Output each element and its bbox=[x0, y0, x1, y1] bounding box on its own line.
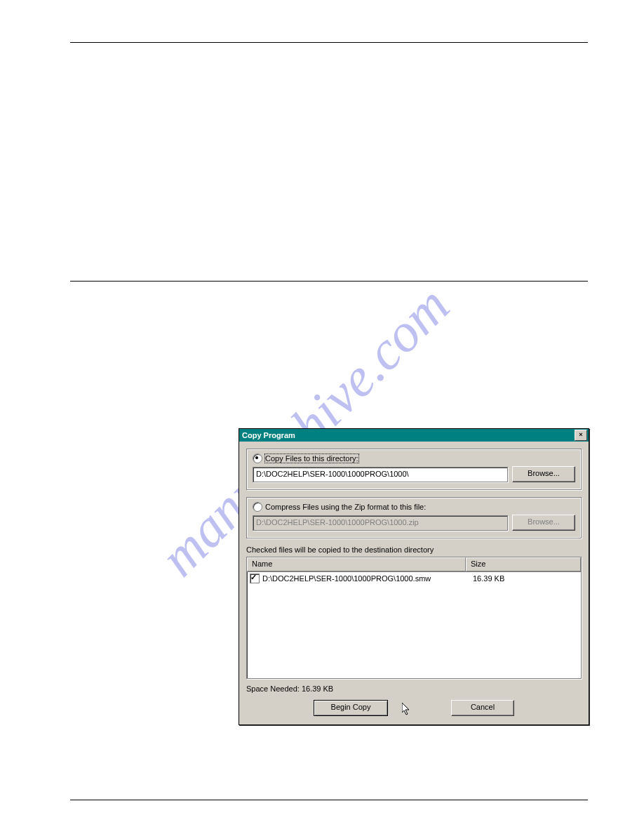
file-name: D:\DOC2HELP\SER-1000\1000PROG\1000.smw bbox=[262, 574, 469, 583]
dialog-title: Copy Program bbox=[242, 431, 575, 439]
file-checkbox[interactable] bbox=[250, 574, 260, 583]
column-size[interactable]: Size bbox=[466, 557, 581, 571]
copy-program-dialog: Copy Program × Copy Files to this direct… bbox=[239, 428, 589, 725]
file-listview[interactable]: Name Size D:\DOC2HELP\SER-1000\1000PROG\… bbox=[246, 557, 582, 679]
file-size: 16.39 KB bbox=[469, 574, 578, 583]
zip-file-label[interactable]: Compress Files using the Zip format to t… bbox=[265, 503, 426, 511]
browse-zip-button: Browse... bbox=[512, 515, 575, 531]
close-icon[interactable]: × bbox=[575, 430, 587, 441]
space-needed-label: Space Needed: 16.39 KB bbox=[246, 684, 582, 693]
copy-directory-radio[interactable] bbox=[253, 454, 262, 463]
begin-copy-button[interactable]: Begin Copy bbox=[314, 700, 388, 716]
file-list-label: Checked files will be copied to the dest… bbox=[246, 545, 582, 554]
copy-directory-group: Copy Files to this directory: D:\DOC2HEL… bbox=[246, 449, 582, 490]
copy-directory-input[interactable]: D:\DOC2HELP\SER-1000\1000PROG\1000\ bbox=[253, 467, 508, 482]
zip-file-input: D:\DOC2HELP\SER-1000\1000PROG\1000.zip bbox=[253, 515, 508, 531]
list-item[interactable]: D:\DOC2HELP\SER-1000\1000PROG\1000.smw 1… bbox=[247, 572, 581, 585]
zip-file-group: Compress Files using the Zip format to t… bbox=[246, 497, 582, 538]
page-mid-rule bbox=[70, 281, 588, 282]
page-top-rule bbox=[70, 42, 588, 43]
dialog-titlebar[interactable]: Copy Program × bbox=[239, 429, 589, 442]
browse-copy-button[interactable]: Browse... bbox=[512, 466, 575, 482]
listview-header[interactable]: Name Size bbox=[247, 557, 581, 572]
cancel-button[interactable]: Cancel bbox=[451, 700, 514, 716]
column-name[interactable]: Name bbox=[247, 557, 466, 571]
cursor-icon bbox=[402, 703, 413, 717]
page-bottom-rule bbox=[70, 800, 588, 800]
copy-directory-label[interactable]: Copy Files to this directory: bbox=[265, 454, 358, 463]
zip-file-radio[interactable] bbox=[253, 502, 262, 512]
